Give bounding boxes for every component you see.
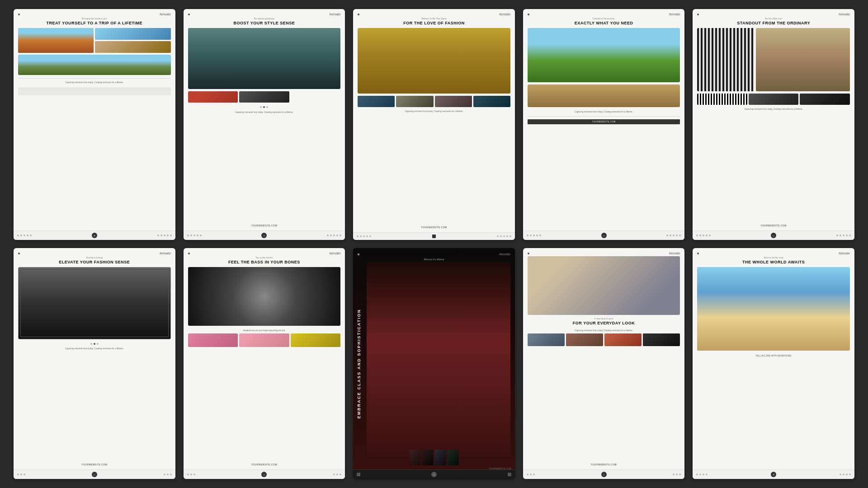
card-header-9: #envato [528,252,680,255]
card-exactly-what: #envato Commit to the journey. EXACTLY W… [523,9,685,240]
card-header-6: #envato [18,252,171,255]
bw-fashion-image [18,267,171,339]
fd7-1 [187,474,189,475]
fd4-r1 [666,235,668,236]
fd4-5 [539,235,541,236]
thumb-9a [528,333,565,346]
s-dot-3 [266,106,268,108]
card-subtitle-6: Normal is boring [18,256,171,259]
footer-dots-4r [666,235,681,236]
footer-dots-3r [497,235,511,237]
card-subtitle-2: No repeat goodness [188,17,341,20]
fd10-2 [699,474,701,475]
dark-thumb-2 [422,450,433,465]
standout-image-row [697,28,850,91]
card-url-7: YOURWEBSITE.COM [188,462,341,466]
fd5-r2 [840,235,841,236]
dark-thumbs [409,450,458,465]
play-btn-5[interactable]: ○ [771,233,776,238]
fd3-2 [360,235,362,237]
fd7-r2 [336,474,338,475]
dark-play-btn[interactable]: ○ [431,472,437,477]
fd4-3 [533,235,535,236]
card-everyday: #envato A new kind of sport FOR YOUR EVE… [523,248,685,479]
blonde-portrait [756,28,850,91]
fd6-1 [17,474,19,475]
play-btn-9[interactable]: ○ [601,472,607,477]
card-url-6: YOURWEBSITE.COM [18,462,171,466]
thumb-5b [749,94,799,105]
header-dot-7 [188,253,190,254]
card-url-3: YOURWEBSITE.COM [358,225,510,229]
fd9-3 [533,474,535,475]
play-btn-7[interactable]: ○ [261,472,267,477]
card-btn-4[interactable]: YOURWEBSITE.COM [528,119,680,124]
main-grid: #envato Bringing the world to you TREAT … [0,0,868,488]
envato-logo-7: #envato [329,252,340,255]
play-btn-2[interactable]: ○ [261,233,267,238]
footer-dots-9l [527,474,535,475]
footer-dots-right [157,235,172,236]
x-icon-10: × [773,473,774,476]
fd10-1 [696,474,698,475]
fd4-1 [527,235,528,236]
fd5-r4 [846,235,848,236]
dark-envato: #envato [499,253,510,256]
fd4-2 [530,235,532,236]
dot-5 [30,235,32,236]
card-travel: #envato Bringing the world to you TREAT … [14,9,175,240]
card-url-2: YOURWEBSITE.COM [188,223,341,227]
card-footer-5: ○ [693,230,854,240]
header-dot-9 [528,253,529,254]
fd4-r3 [673,235,675,236]
card-title-10: THE WHOLE WORLD AWAITS [697,260,850,265]
thumb-5c [800,94,850,105]
fd9-r1 [673,474,675,475]
play-btn-6[interactable]: ○ [92,472,97,477]
fashion-main-image [188,28,341,89]
footer-dots-3l [357,235,371,237]
footer-dots-5l [696,235,711,236]
card-subtitle-5: Be the Style Icon [697,17,850,20]
envato-logo-5: #envato [839,13,850,16]
headphone-thumbs [188,333,341,347]
header-dot [18,14,20,15]
divider-4 [528,116,680,117]
street-image [528,256,680,315]
fd6-3 [24,474,25,475]
canyon-image [18,28,94,53]
fd10-r4 [849,474,851,475]
card-footer-1: × [14,230,175,240]
fd10-r2 [843,474,844,475]
play-btn-4[interactable]: ○ [601,233,607,238]
fd4-4 [536,235,538,236]
s-dot-2 [263,106,265,108]
x-icon-5: ○ [773,234,774,237]
play-btn-10[interactable]: × [771,472,776,477]
caption-bar [18,87,171,95]
header-dot-3 [358,14,359,15]
square-btn-3[interactable] [432,235,436,238]
fd7-2 [190,474,192,475]
header-dot-2 [188,14,190,15]
card-love-fashion: #envato Believe To Be This Same FOR THE … [353,9,515,240]
thumb-5a [697,94,747,105]
fd9-2 [530,474,532,475]
footer-dots-7l [187,474,195,475]
thumb-3b [396,96,433,107]
card-footer-2: ○ [184,230,345,240]
dark-thumb-3 [434,450,446,465]
card-elevate: #envato Normal is boring ELEVATE YOUR FA… [14,248,175,479]
x-icon-6: ○ [94,473,95,476]
card-caption-5: Capturing moments from today. Creating m… [697,108,850,111]
fd3-r4 [506,235,508,237]
card-caption-1: Capturing moments from today. Creating m… [18,81,171,84]
fd5-1 [696,235,698,236]
card-subtitle-7: Tap to the rhythm [188,256,341,259]
footer-dots-4l [527,235,541,236]
stripe-image [697,28,754,91]
play-button[interactable]: × [92,233,97,238]
dark-square [357,473,360,476]
card-footer-3 [353,232,515,240]
card-subtitle-9: A new kind of sport [528,317,680,320]
